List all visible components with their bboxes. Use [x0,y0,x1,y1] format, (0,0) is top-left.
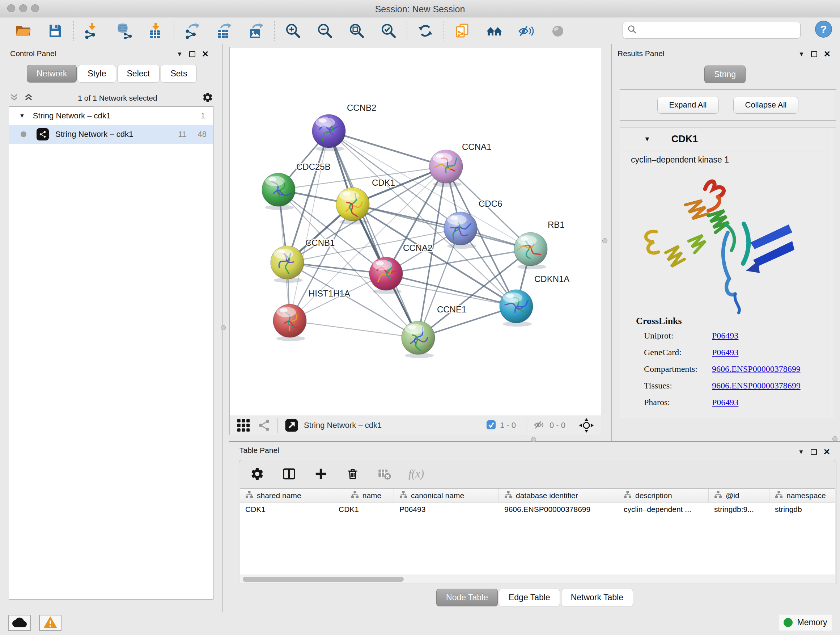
tab-select[interactable]: Select [117,65,160,82]
column-header-description[interactable]: description [618,489,709,502]
network-edge-HIST1H1A-CCNE1[interactable] [290,321,418,338]
column-header-canonical-name[interactable]: canonical name [394,489,499,502]
crosslink-compartments-link[interactable]: 9606.ENSP00000378699 [712,364,801,381]
function-builder-icon[interactable]: f(x) [409,467,424,480]
selected-checkbox-icon[interactable] [486,420,496,432]
network-tree: ▼ String Network – cdk1 1 String Network… [9,106,213,600]
splitter-handle[interactable] [531,437,536,442]
table-row[interactable]: CDK1 CDK1 P06493 9606.ENSP00000378699 cy… [240,502,835,516]
tab-string[interactable]: String [704,65,745,83]
import-network-from-database-button[interactable] [115,22,133,40]
expand-all-button[interactable]: Expand All [657,97,719,114]
gene-section-header[interactable]: ▼ CDK1 [620,127,836,151]
show-graphics-details-button[interactable] [549,22,567,40]
tree-expander-icon[interactable]: ▼ [19,112,25,119]
import-network-from-file-button[interactable] [83,22,101,40]
import-table-from-file-button[interactable] [147,22,164,40]
network-node-CDKN1A[interactable]: CDKN1A [500,274,569,326]
zoom-out-button[interactable] [316,22,333,40]
clone-network-button[interactable] [454,22,471,40]
results-panel-float-icon[interactable] [811,51,817,57]
grid-view-icon[interactable] [236,418,251,432]
table-panel-float-icon[interactable] [811,449,817,455]
network-node-RB1[interactable]: RB1 [514,220,565,269]
crosslink-genecard-link[interactable]: P06493 [712,348,738,364]
tab-network[interactable]: Network [27,65,77,82]
network-node-label-CDK1: CDK1 [372,178,395,187]
search-input[interactable] [638,23,800,38]
open-session-button[interactable] [14,22,32,40]
table-settings-button[interactable] [249,466,265,482]
network-node-HIST1H1A[interactable]: HIST1H1A [273,288,350,341]
export-network-button[interactable] [184,22,201,40]
cybrowser-home-button[interactable] [485,22,503,40]
crosslink-tissues-link[interactable]: 9606.ENSP00000378699 [712,381,801,397]
zoom-fit-button[interactable] [348,22,365,40]
column-header-shared-name[interactable]: shared name [240,489,333,502]
results-scrollbar[interactable] [827,127,832,418]
results-panel-collapse-icon[interactable]: ▼ [798,51,805,57]
network-view-toolbar: String Network – cdk1 1 - 0 0 - 0 [229,416,601,435]
refresh-network-button[interactable] [417,22,434,40]
control-panel-float-icon[interactable] [189,51,195,57]
tab-network-table[interactable]: Network Table [561,589,633,606]
network-node-CCNB1[interactable]: CCNB1 [271,238,335,283]
network-node-CCNB2[interactable]: CCNB2 [312,103,376,151]
tab-edge-table[interactable]: Edge Table [499,589,560,606]
network-node-CCNE1[interactable]: CCNE1 [401,304,466,358]
share-view-icon[interactable] [257,418,271,432]
help-button[interactable]: ? [815,21,832,38]
hide-graphics-details-button[interactable] [517,22,535,40]
network-edge-CDK1-RB1[interactable] [353,204,531,249]
column-header-id[interactable]: @id [709,489,769,502]
show-columns-button[interactable] [281,466,297,482]
crosslink-pharos-link[interactable]: P06493 [712,397,738,414]
create-column-button[interactable] [313,466,329,482]
hidden-eye-slash-icon[interactable] [533,418,546,432]
delete-table-button[interactable] [377,466,393,482]
memory-button[interactable]: Memory [779,614,832,631]
control-panel-collapse-icon[interactable]: ▼ [177,51,183,57]
crosslink-uniprot-link[interactable]: P06493 [712,331,738,348]
tab-style[interactable]: Style [78,65,116,82]
table-panel-collapse-icon[interactable]: ▼ [798,449,804,455]
network-node-CCNA2[interactable]: CCNA2 [369,243,432,294]
scrollbar-thumb[interactable] [243,577,404,582]
export-table-button[interactable] [216,22,233,40]
network-node-CDK1[interactable]: CDK1 [336,178,395,225]
section-expander-icon[interactable]: ▼ [644,135,651,143]
detach-view-icon[interactable] [284,418,299,432]
network-node-CDC25B[interactable]: CDC25B [262,162,331,210]
tab-sets[interactable]: Sets [161,65,197,82]
splitter-handle[interactable] [832,436,837,441]
gear-icon[interactable] [202,92,213,105]
export-image-button[interactable] [248,22,265,40]
column-header-namespace[interactable]: namespace [769,489,835,502]
control-panel-close-icon[interactable]: ✕ [202,50,209,58]
delete-columns-button[interactable] [345,466,361,482]
birds-eye-view-icon[interactable] [578,417,594,433]
network-canvas[interactable]: CCNB2CCNA1CDC25BCDK1CDC6RB1CCNB1CCNA2CDK… [229,47,601,416]
table-panel-close-icon[interactable]: ✕ [823,448,830,456]
collapse-all-button[interactable]: Collapse All [733,97,799,114]
expand-all-networks-icon[interactable] [24,93,33,103]
save-session-button[interactable] [46,22,64,40]
splitter-handle[interactable] [221,325,226,330]
network-collection-row[interactable]: ▼ String Network – cdk1 1 [9,107,213,125]
column-header-database-identifier[interactable]: database identifier [499,489,618,502]
collapse-all-networks-icon[interactable] [9,93,19,103]
network-node-CDC6[interactable]: CDC6 [444,199,502,249]
network-edge-CCNB2-CCNA1[interactable] [329,131,446,166]
zoom-in-button[interactable] [284,22,302,40]
tab-node-table[interactable]: Node Table [436,589,498,606]
network-edge-CCNB2-CCNE1[interactable] [329,131,418,338]
network-row-selected[interactable]: String Network – cdk1 11 48 [9,125,213,144]
zoom-selected-button[interactable] [380,22,397,40]
splitter-handle[interactable] [602,238,607,243]
warnings-button[interactable] [39,615,62,631]
node-table: shared name name canonical name database… [240,488,835,575]
results-panel-close-icon[interactable]: ✕ [824,50,831,58]
column-header-name[interactable]: name [333,489,394,502]
zoom-in-icon [285,22,302,39]
cloud-status-button[interactable] [8,615,31,631]
